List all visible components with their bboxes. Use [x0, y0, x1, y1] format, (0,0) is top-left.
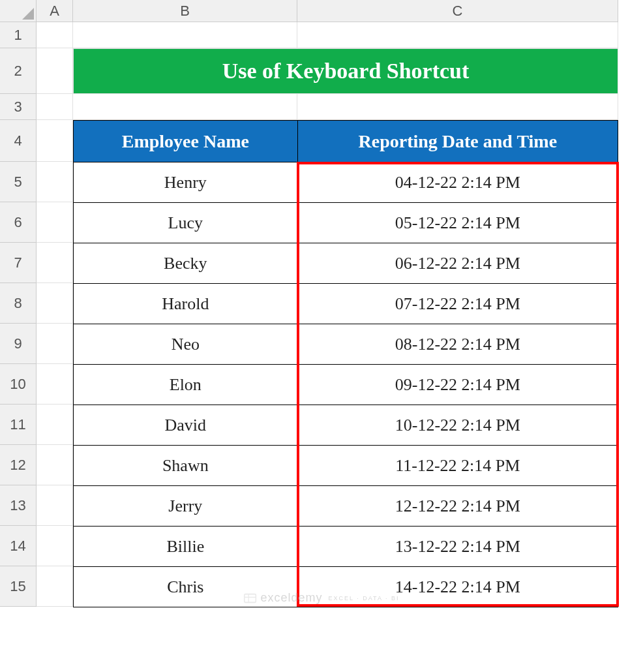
col-header-C[interactable]: C	[297, 0, 618, 22]
table-row: Lucy05-12-22 2:14 PM	[74, 203, 618, 243]
cell-A15[interactable]	[37, 566, 73, 607]
table-header-row: Employee Name Reporting Date and Time	[74, 121, 618, 162]
header-reporting-datetime[interactable]: Reporting Date and Time	[297, 121, 618, 162]
employee-name-cell[interactable]: Harold	[74, 284, 298, 324]
table-row: David10-12-22 2:14 PM	[74, 405, 618, 446]
cell-A12[interactable]	[37, 445, 73, 485]
reporting-datetime-cell[interactable]: 14-12-22 2:14 PM	[297, 567, 618, 607]
row-header-1[interactable]: 1	[0, 22, 37, 48]
cell-B3[interactable]	[73, 94, 297, 120]
row-header-2[interactable]: 2	[0, 48, 37, 94]
cell-A10[interactable]	[37, 364, 73, 405]
reporting-datetime-cell[interactable]: 12-12-22 2:14 PM	[297, 486, 618, 527]
row-header-15[interactable]: 15	[0, 566, 37, 607]
reporting-datetime-cell[interactable]: 05-12-22 2:14 PM	[297, 203, 618, 243]
employee-name-cell[interactable]: Becky	[74, 243, 298, 284]
reporting-datetime-cell[interactable]: 11-12-22 2:14 PM	[297, 446, 618, 486]
table-row: Neo08-12-22 2:14 PM	[74, 324, 618, 365]
col-header-A[interactable]: A	[37, 0, 73, 22]
title-text: Use of Keyboard Shortcut	[222, 59, 470, 84]
row-headers: 1 2 3 4 5 6 7 8 9 10 11 12 13 14 15	[0, 22, 37, 607]
cell-A13[interactable]	[37, 485, 73, 526]
reporting-datetime-cell[interactable]: 13-12-22 2:14 PM	[297, 527, 618, 567]
reporting-datetime-cell[interactable]: 06-12-22 2:14 PM	[297, 243, 618, 284]
cell-A7[interactable]	[37, 243, 73, 283]
table-row: Becky06-12-22 2:14 PM	[74, 243, 618, 284]
reporting-datetime-cell[interactable]: 04-12-22 2:14 PM	[297, 162, 618, 203]
employee-name-cell[interactable]: Jerry	[74, 486, 298, 527]
employee-name-cell[interactable]: Chris	[74, 567, 298, 607]
employee-name-cell[interactable]: Neo	[74, 324, 298, 365]
col-header-B[interactable]: B	[73, 0, 297, 22]
employee-name-cell[interactable]: David	[74, 405, 298, 446]
row-header-14[interactable]: 14	[0, 526, 37, 566]
row-header-3[interactable]: 3	[0, 94, 37, 120]
row-header-11[interactable]: 11	[0, 405, 37, 445]
row-header-9[interactable]: 9	[0, 324, 37, 364]
cell-C1[interactable]	[297, 22, 618, 48]
cell-A11[interactable]	[37, 405, 73, 445]
title-cell[interactable]: Use of Keyboard Shortcut	[73, 48, 618, 94]
header-employee-name[interactable]: Employee Name	[74, 121, 298, 162]
cell-A3[interactable]	[37, 94, 73, 120]
reporting-datetime-cell[interactable]: 09-12-22 2:14 PM	[297, 365, 618, 405]
row-header-5[interactable]: 5	[0, 162, 37, 202]
cell-A2[interactable]	[37, 48, 73, 94]
employee-name-cell[interactable]: Elon	[74, 365, 298, 405]
table-row: Jerry12-12-22 2:14 PM	[74, 486, 618, 527]
table-row: Shawn11-12-22 2:14 PM	[74, 446, 618, 486]
table-row: Harold07-12-22 2:14 PM	[74, 284, 618, 324]
employee-name-cell[interactable]: Shawn	[74, 446, 298, 486]
table-row: Chris14-12-22 2:14 PM	[74, 567, 618, 607]
select-all-corner[interactable]	[0, 0, 37, 22]
employee-name-cell[interactable]: Lucy	[74, 203, 298, 243]
cell-B1[interactable]	[73, 22, 297, 48]
reporting-datetime-cell[interactable]: 08-12-22 2:14 PM	[297, 324, 618, 365]
cell-A4[interactable]	[37, 120, 73, 162]
row-header-12[interactable]: 12	[0, 445, 37, 485]
row-header-10[interactable]: 10	[0, 364, 37, 405]
row-header-4[interactable]: 4	[0, 120, 37, 162]
cell-A14[interactable]	[37, 526, 73, 566]
cell-A1[interactable]	[37, 22, 73, 48]
row-header-7[interactable]: 7	[0, 243, 37, 283]
employee-name-cell[interactable]: Henry	[74, 162, 298, 203]
column-headers: A B C	[37, 0, 618, 22]
data-table: Employee Name Reporting Date and Time He…	[73, 120, 618, 607]
cell-A9[interactable]	[37, 324, 73, 364]
row-header-6[interactable]: 6	[0, 202, 37, 243]
cell-C3[interactable]	[297, 94, 618, 120]
table-row: Billie13-12-22 2:14 PM	[74, 527, 618, 567]
spreadsheet-app: A B C 1 2 3 4 5 6 7 8 9 10 11 12 13 14 1…	[0, 0, 643, 672]
cell-A8[interactable]	[37, 283, 73, 324]
table-row: Elon09-12-22 2:14 PM	[74, 365, 618, 405]
reporting-datetime-cell[interactable]: 10-12-22 2:14 PM	[297, 405, 618, 446]
table-row: Henry04-12-22 2:14 PM	[74, 162, 618, 203]
reporting-datetime-cell[interactable]: 07-12-22 2:14 PM	[297, 284, 618, 324]
row-header-13[interactable]: 13	[0, 485, 37, 526]
row-header-8[interactable]: 8	[0, 283, 37, 324]
cell-A5[interactable]	[37, 162, 73, 202]
employee-name-cell[interactable]: Billie	[74, 527, 298, 567]
cell-A6[interactable]	[37, 202, 73, 243]
